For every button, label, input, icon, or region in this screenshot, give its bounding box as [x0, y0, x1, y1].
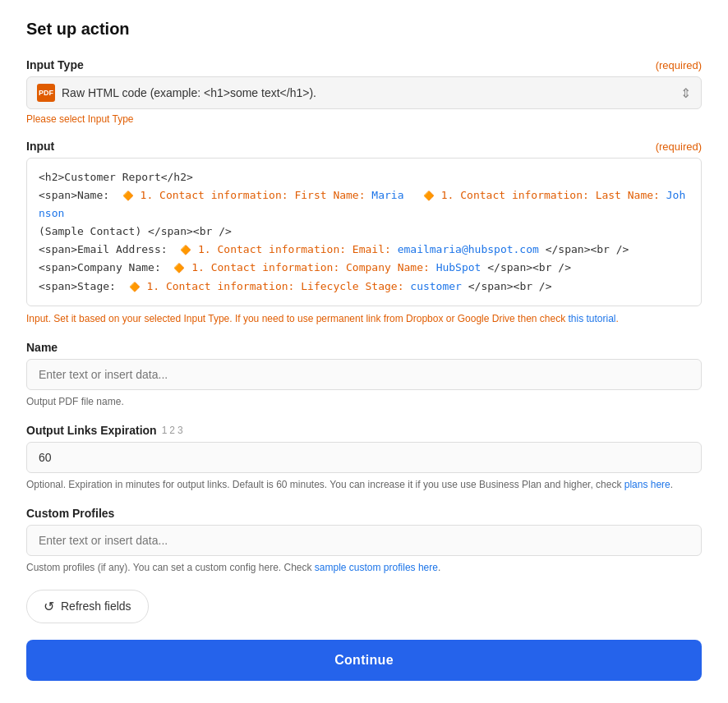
page-title: Set up action — [26, 20, 702, 39]
code-line-2: <span>Name: 🔶 1. Contact information: Fi… — [39, 186, 689, 241]
refresh-fields-label: Refresh fields — [61, 600, 131, 613]
select-arrows-icon: ⇕ — [680, 85, 691, 101]
input-type-selected-value: Raw HTML code (example: <h1>some text</h… — [62, 86, 674, 99]
name-input[interactable] — [26, 359, 702, 390]
input-required: (required) — [656, 140, 702, 153]
custom-profiles-label: Custom Profiles — [26, 507, 114, 520]
name-hint: Output PDF file name. — [26, 394, 702, 409]
input-type-select[interactable]: PDF Raw HTML code (example: <h1>some tex… — [26, 76, 702, 109]
code-line-3: <span>Email Address: 🔶 1. Contact inform… — [39, 241, 689, 259]
input-type-label: Input Type — [26, 58, 84, 71]
this-tutorial-link[interactable]: this tutorial — [569, 313, 616, 324]
output-links-input[interactable] — [26, 442, 702, 473]
refresh-fields-button[interactable]: ↺ Refresh fields — [26, 590, 149, 623]
output-links-label: Output Links Expiration — [26, 424, 157, 437]
custom-profiles-section: Custom Profiles Custom profiles (if any)… — [26, 507, 702, 575]
input-label: Input — [26, 140, 54, 153]
output-links-hint: Optional. Expiration in minutes for outp… — [26, 477, 702, 492]
name-label: Name — [26, 341, 58, 354]
input-section: Input (required) <h2>Customer Report</h2… — [26, 140, 702, 326]
code-line-5: <span>Stage: 🔶 1. Contact information: L… — [39, 278, 689, 296]
refresh-icon: ↺ — [44, 599, 54, 614]
sample-custom-profiles-link[interactable]: sample custom profiles here — [315, 562, 438, 573]
input-hint: Input. Set it based on your selected Inp… — [26, 311, 702, 326]
output-links-section: Output Links Expiration 1 2 3 Optional. … — [26, 424, 702, 492]
output-links-numbers: 1 2 3 — [162, 425, 183, 436]
input-type-hint: Please select Input Type — [26, 113, 702, 125]
input-type-required: (required) — [656, 59, 702, 71]
input-type-section: Input Type (required) PDF Raw HTML code … — [26, 58, 702, 125]
pdf-icon: PDF — [37, 84, 55, 102]
custom-profiles-input[interactable] — [26, 525, 702, 556]
name-section: Name Output PDF file name. — [26, 341, 702, 409]
plans-here-link[interactable]: plans here — [624, 479, 670, 490]
code-line-1: <h2>Customer Report</h2> — [39, 168, 689, 186]
continue-button[interactable]: Continue — [26, 640, 702, 681]
code-line-4: <span>Company Name: 🔶 1. Contact informa… — [39, 259, 689, 277]
custom-profiles-hint: Custom profiles (if any). You can set a … — [26, 560, 702, 575]
input-code-box[interactable]: <h2>Customer Report</h2> <span>Name: 🔶 1… — [26, 158, 702, 306]
